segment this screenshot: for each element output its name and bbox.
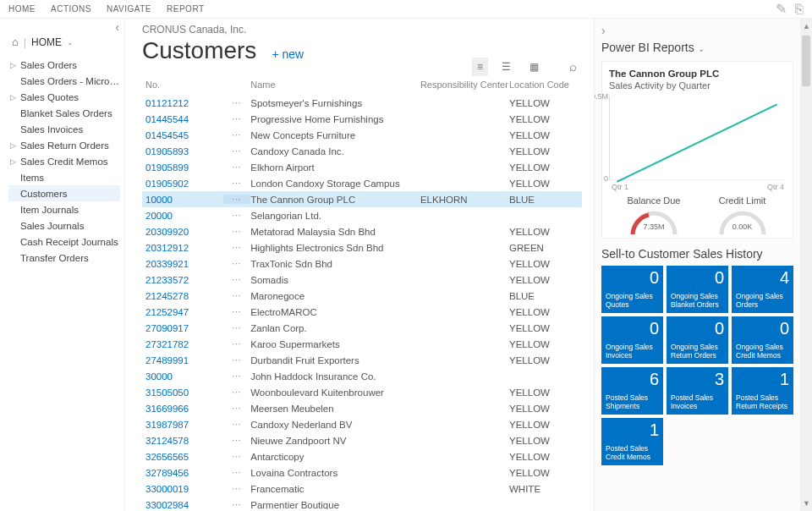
row-actions-icon[interactable]: ··· xyxy=(223,130,250,140)
table-row[interactable]: 31669966···Meersen MeubelenYELLOW xyxy=(142,400,582,416)
table-row[interactable]: 20000···Selangorian Ltd. xyxy=(142,207,582,223)
table-row[interactable]: 01905902···London Candoxy Storage Campus… xyxy=(142,175,582,191)
col-name[interactable]: Name xyxy=(250,80,420,90)
history-tile[interactable]: 0Ongoing Sales Invoices xyxy=(601,316,663,364)
col-responsibility[interactable]: Responsibility Center xyxy=(420,80,509,90)
menu-actions[interactable]: ACTIONS xyxy=(51,4,91,14)
cell-no[interactable]: 20309920 xyxy=(142,227,223,237)
row-actions-icon[interactable]: ··· xyxy=(223,275,250,284)
history-tile[interactable]: 6Posted Sales Shipments xyxy=(601,367,663,415)
nav-home[interactable]: ⌂ | HOME ⌄ xyxy=(12,36,124,48)
history-tile[interactable]: 0Ongoing Sales Quotes xyxy=(601,266,663,313)
history-tile[interactable]: 4Ongoing Sales Orders xyxy=(732,266,793,313)
nav-item[interactable]: ▷Sales Credit Memos xyxy=(8,153,120,169)
table-row[interactable]: 33002984···Parmentier Boutique xyxy=(142,497,582,509)
scroll-up-icon[interactable]: ▲ xyxy=(803,22,810,30)
table-row[interactable]: 32656565···AntarcticopyYELLOW xyxy=(142,448,582,464)
table-row[interactable]: 01445544···Progressive Home FurnishingsY… xyxy=(142,111,582,127)
table-row[interactable]: 27489991···Durbandit Fruit ExportersYELL… xyxy=(142,352,582,368)
nav-item[interactable]: Blanket Sales Orders xyxy=(8,105,120,121)
cell-no[interactable]: 31669966 xyxy=(142,404,223,414)
table-row[interactable]: 20339921···TraxTonic Sdn BhdYELLOW xyxy=(142,256,582,272)
table-row[interactable]: 31505050···Woonboulevard KuitenbrouwerYE… xyxy=(142,384,582,400)
row-actions-icon[interactable]: ··· xyxy=(223,452,250,461)
cell-no[interactable]: 32789456 xyxy=(142,468,223,478)
row-actions-icon[interactable]: ··· xyxy=(223,387,250,397)
cell-no[interactable]: 21252947 xyxy=(142,307,223,317)
menu-navigate[interactable]: NAVIGATE xyxy=(107,4,151,14)
row-actions-icon[interactable]: ··· xyxy=(223,371,250,381)
nav-item[interactable]: Cash Receipt Journals xyxy=(8,234,120,250)
history-tile[interactable]: 0Ongoing Sales Blanket Orders xyxy=(667,266,728,313)
table-row[interactable]: 01121212···Spotsmeyer's FurnishingsYELLO… xyxy=(142,95,582,111)
cell-no[interactable]: 30000 xyxy=(142,371,223,382)
scroll-down-icon[interactable]: ▼ xyxy=(803,499,810,508)
table-row[interactable]: 32124578···Nieuwe Zandpoort NVYELLOW xyxy=(142,432,582,448)
table-row[interactable]: 30000···John Haddock Insurance Co. xyxy=(142,368,582,384)
nav-item[interactable]: Sales Orders - Microsoft Dy... xyxy=(8,73,120,89)
row-actions-icon[interactable]: ··· xyxy=(223,323,250,332)
cell-no[interactable]: 27090917 xyxy=(142,323,223,333)
row-actions-icon[interactable]: ··· xyxy=(223,355,250,365)
cell-no[interactable]: 20000 xyxy=(142,211,223,221)
cell-no[interactable]: 01905893 xyxy=(142,146,223,157)
view-list-icon[interactable]: ≡ xyxy=(472,58,488,76)
row-actions-icon[interactable]: ··· xyxy=(223,114,250,124)
col-location[interactable]: Location Code xyxy=(509,80,582,90)
row-actions-icon[interactable]: ··· xyxy=(223,436,250,445)
cell-no[interactable]: 10000 xyxy=(142,195,223,205)
table-row[interactable]: 20312912···Highlights Electronics Sdn Bh… xyxy=(142,239,582,256)
menu-home[interactable]: HOME xyxy=(8,4,36,14)
row-actions-icon[interactable]: ··· xyxy=(223,484,250,493)
nav-item[interactable]: Sales Invoices xyxy=(8,121,120,137)
powerbi-heading[interactable]: Power BI Reports ⌄ xyxy=(601,41,793,54)
row-actions-icon[interactable]: ··· xyxy=(223,179,250,188)
cell-no[interactable]: 01121212 xyxy=(142,98,223,108)
nav-item[interactable]: ▷Sales Quotes xyxy=(8,89,120,105)
history-tile[interactable]: 1Posted Sales Return Receipts xyxy=(732,367,793,415)
search-icon[interactable]: ⌕ xyxy=(564,56,582,77)
table-row[interactable]: 21245278···MaronegoceBLUE xyxy=(142,288,582,304)
row-actions-icon[interactable]: ··· xyxy=(223,339,250,349)
row-actions-icon[interactable]: ··· xyxy=(223,211,250,220)
cell-no[interactable]: 20312912 xyxy=(142,243,223,253)
row-actions-icon[interactable]: ··· xyxy=(223,291,250,300)
panel-expand-icon[interactable]: › xyxy=(601,24,793,37)
nav-item[interactable]: Customers xyxy=(8,185,120,201)
row-actions-icon[interactable]: ··· xyxy=(223,243,250,252)
row-actions-icon[interactable]: ··· xyxy=(223,98,250,107)
nav-item[interactable]: Items xyxy=(8,169,120,185)
row-actions-icon[interactable]: ··· xyxy=(223,307,250,316)
row-actions-icon[interactable]: ··· xyxy=(223,404,250,413)
table-row[interactable]: 01905893···Candoxy Canada Inc.YELLOW xyxy=(142,143,582,159)
row-actions-icon[interactable]: ··· xyxy=(223,468,250,477)
cell-no[interactable]: 20339921 xyxy=(142,259,223,269)
cell-no[interactable]: 33002984 xyxy=(142,500,223,510)
nav-collapse-icon[interactable]: ‹ xyxy=(115,20,119,34)
view-tall-icon[interactable]: ☰ xyxy=(497,58,516,76)
table-row[interactable]: 27090917···Zanlan Corp.YELLOW xyxy=(142,320,582,336)
table-row[interactable]: 10000···The Cannon Group PLCELKHORNBLUE xyxy=(142,191,582,207)
table-row[interactable]: 33000019···FrancematicWHITE xyxy=(142,481,582,497)
nav-item[interactable]: ▷Sales Return Orders xyxy=(8,137,120,153)
cell-no[interactable]: 31987987 xyxy=(142,420,223,430)
cell-no[interactable]: 27489991 xyxy=(142,355,223,365)
table-row[interactable]: 21233572···SomadisYELLOW xyxy=(142,272,582,288)
notes-icon[interactable]: ✎ xyxy=(776,1,787,17)
menu-report[interactable]: REPORT xyxy=(167,4,205,14)
history-tile[interactable]: 3Posted Sales Invoices xyxy=(667,367,728,415)
row-actions-icon[interactable]: ··· xyxy=(223,420,250,429)
row-actions-icon[interactable]: ··· xyxy=(223,162,250,172)
table-row[interactable]: 01905899···Elkhorn AirportYELLOW xyxy=(142,159,582,175)
cell-no[interactable]: 33000019 xyxy=(142,484,223,494)
cell-no[interactable]: 01454545 xyxy=(142,130,223,140)
history-tile[interactable]: 0Ongoing Sales Credit Memos xyxy=(732,316,793,364)
row-actions-icon[interactable]: ··· xyxy=(223,195,250,204)
cell-no[interactable]: 21245278 xyxy=(142,291,223,301)
nav-item[interactable]: Transfer Orders xyxy=(8,250,120,266)
history-tile[interactable]: 0Ongoing Sales Return Orders xyxy=(667,316,728,364)
cell-no[interactable]: 01445544 xyxy=(142,114,223,124)
table-row[interactable]: 27321782···Karoo SupermarketsYELLOW xyxy=(142,336,582,352)
cell-no[interactable]: 01905902 xyxy=(142,179,223,189)
customers-grid[interactable]: 01121212···Spotsmeyer's FurnishingsYELLO… xyxy=(142,95,582,509)
